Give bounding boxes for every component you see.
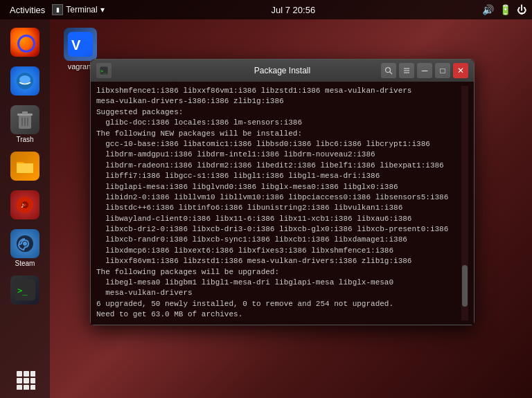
svg-rect-18 (24, 371, 29, 377)
trash-icon (10, 105, 39, 134)
steam-label: Steam (15, 260, 35, 267)
terminal-indicator[interactable]: ▮ Terminal ▾ (52, 4, 104, 15)
terminal-taskbar-icon: ▮ (52, 4, 63, 15)
terminal-titlebar: >_ Package Install (91, 60, 474, 82)
svg-text:>_: >_ (100, 69, 107, 74)
sidebar-item-apps[interactable] (6, 362, 44, 398)
date-time: Jul 7 20:56 (272, 5, 316, 15)
svg-text:♪: ♪ (21, 201, 25, 209)
svg-rect-4 (22, 111, 28, 114)
svg-rect-20 (17, 378, 22, 383)
battery-icon[interactable]: 🔋 (499, 4, 511, 15)
top-panel: Activities ▮ Terminal ▾ Jul 7 20:56 🔊 🔋 … (0, 0, 532, 19)
svg-text:V: V (71, 37, 81, 53)
vagrant-icon: V (64, 28, 97, 61)
sidebar-item-files[interactable] (6, 149, 44, 185)
terminal-output: libxshmfence1:i386 libxxf86vm1:i386 libz… (96, 86, 461, 320)
terminal-scrollbar[interactable] (461, 86, 468, 320)
rhythmbox-icon: ♪ (10, 190, 39, 219)
terminal-window: >_ Package Install (90, 59, 475, 325)
desktop: Activities ▮ Terminal ▾ Jul 7 20:56 🔊 🔋 … (0, 0, 532, 398)
terminal-dropdown-arrow: ▾ (100, 5, 105, 15)
sidebar-item-firefox[interactable] (6, 25, 44, 61)
minimize-button[interactable]: ─ (417, 63, 432, 78)
thunderbird-icon (10, 66, 39, 96)
activities-button[interactable]: Activities (6, 5, 49, 15)
close-button[interactable]: ✕ (453, 63, 468, 78)
sidebar-item-trash[interactable]: Trash (6, 102, 44, 146)
menu-button[interactable] (399, 63, 414, 78)
power-icon[interactable]: ⏻ (517, 4, 526, 15)
firefox-icon (10, 28, 39, 57)
sidebar: Trash ♪ (0, 19, 50, 398)
sidebar-item-rhythmbox[interactable]: ♪ (6, 188, 44, 224)
terminal-taskbar-label: Terminal (66, 5, 97, 15)
svg-rect-19 (30, 371, 35, 377)
terminal-content: libxshmfence1:i386 libxxf86vm1:i386 libz… (91, 82, 474, 325)
steam-icon (10, 229, 39, 258)
search-button[interactable] (381, 63, 396, 78)
svg-rect-22 (30, 378, 35, 383)
sidebar-item-terminal[interactable]: >_ (6, 273, 44, 309)
svg-rect-23 (17, 385, 22, 390)
volume-icon[interactable]: 🔊 (482, 4, 494, 15)
terminal-window-title: Package Install (254, 66, 310, 75)
terminal-dock-icon: >_ (10, 275, 39, 305)
svg-text:>_: >_ (17, 286, 28, 296)
svg-rect-8 (17, 163, 33, 173)
svg-rect-21 (24, 378, 29, 383)
terminal-scrollbar-thumb (462, 265, 468, 307)
svg-rect-24 (24, 385, 29, 390)
svg-rect-17 (17, 371, 22, 377)
sidebar-item-thunderbird[interactable] (6, 64, 44, 100)
apps-grid-icon (10, 365, 39, 394)
trash-label: Trash (16, 136, 33, 143)
svg-point-14 (23, 242, 27, 246)
sidebar-item-steam[interactable]: Steam (6, 226, 44, 270)
files-icon (10, 152, 39, 181)
svg-point-1 (19, 75, 30, 84)
svg-point-30 (386, 68, 391, 73)
maximize-button[interactable]: □ (435, 63, 450, 78)
vagrant-label: vagrant (68, 62, 94, 71)
svg-rect-25 (30, 385, 35, 390)
system-tray: 🔊 🔋 ⏻ (482, 4, 526, 15)
svg-line-31 (390, 72, 393, 75)
titlebar-term-icon: >_ (96, 63, 112, 78)
